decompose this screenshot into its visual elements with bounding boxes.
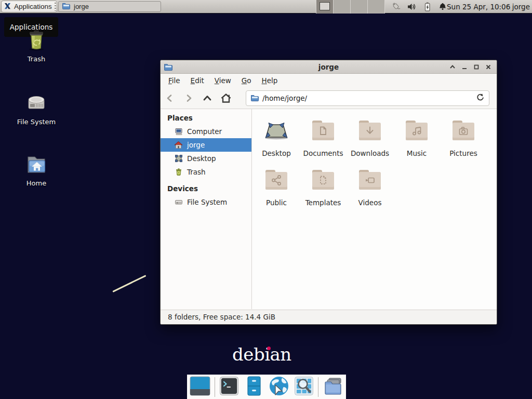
desktop-icon-filesystem[interactable]: File System [8, 90, 65, 126]
desktop-icon-label: Trash [8, 55, 65, 63]
file-item-label: Public [253, 198, 300, 207]
sidebar-item-jorge[interactable]: jorge [161, 138, 251, 152]
file-item-label: Music [393, 149, 440, 157]
files-area[interactable]: Desktop Documents Downloads [252, 109, 497, 309]
file-item-label: Downloads [347, 149, 393, 157]
battery-charging-icon[interactable] [422, 1, 432, 12]
up-button[interactable] [198, 90, 217, 107]
folder-downloads-icon [357, 118, 382, 143]
trash-icon [24, 28, 49, 52]
workspace-3[interactable] [351, 0, 368, 14]
sidebar-item-label: Trash [187, 168, 206, 176]
file-item-label: Videos [347, 198, 393, 207]
harddrive-icon [24, 90, 49, 115]
desktop-special-icon [264, 118, 289, 143]
dock-separator [215, 377, 215, 397]
file-item-pictures[interactable]: Pictures [440, 118, 487, 157]
desktop-icon-label: File System [8, 118, 65, 126]
file-item-label: Desktop [253, 149, 300, 157]
statusbar: 8 folders, Free space: 14.4 GiB [161, 310, 497, 324]
home-button[interactable] [217, 90, 235, 107]
sidebar-item-label: jorge [187, 141, 205, 149]
file-item-downloads[interactable]: Downloads [347, 118, 393, 157]
stray-line-artifact [112, 275, 146, 292]
audio-volume-icon[interactable] [406, 1, 417, 12]
app-finder-launcher[interactable] [293, 376, 314, 398]
power-plug-icon[interactable] [391, 1, 401, 12]
sidebar-item-trash[interactable]: Trash [161, 165, 251, 179]
show-desktop-button[interactable] [190, 376, 211, 398]
desktop-icon-home[interactable]: Home [8, 152, 65, 187]
sidebar-item-filesystem[interactable]: File System [161, 195, 251, 209]
workspace-2[interactable] [334, 0, 351, 14]
file-item-documents[interactable]: Documents [300, 118, 347, 157]
desktop-icon [174, 154, 183, 163]
file-item-videos[interactable]: Videos [347, 167, 393, 207]
app-finder-icon [294, 376, 314, 398]
window-controls [448, 60, 493, 74]
globe-browser-icon [269, 376, 289, 398]
panel-clock[interactable]: Sun 25 Apr, 10:06 [447, 0, 510, 14]
file-item-templates[interactable]: Templates [300, 167, 347, 207]
terminal-launcher[interactable] [219, 376, 240, 398]
menu-go[interactable]: Go [236, 74, 257, 88]
reload-button[interactable] [476, 93, 485, 103]
desktop-icon-trash[interactable]: Trash [8, 28, 65, 63]
titlebar[interactable]: jorge [161, 60, 497, 74]
top-panel: Applications jorge [0, 0, 532, 14]
bottom-dock [187, 375, 346, 399]
web-browser-launcher[interactable] [269, 376, 290, 398]
back-button[interactable] [161, 90, 179, 107]
minimize-button[interactable] [460, 63, 469, 71]
folder-public-icon [264, 167, 289, 192]
sidebar-item-label: Desktop [187, 154, 216, 163]
menu-view[interactable]: View [209, 74, 236, 88]
file-item-label: Pictures [440, 149, 487, 157]
location-bar[interactable]: /home/jorge/ [246, 90, 489, 106]
sidebar-header-places: Places [161, 111, 251, 125]
folder-icon [250, 94, 259, 103]
folder-videos-icon [357, 167, 382, 192]
sidebar-item-desktop[interactable]: Desktop [161, 152, 251, 165]
file-item-label: Documents [300, 149, 347, 157]
notifications-bell-icon[interactable] [437, 1, 448, 12]
dock-separator [318, 377, 318, 397]
close-button[interactable] [484, 63, 493, 71]
sidebar: Places Computer jorge [161, 109, 252, 309]
folder-documents-icon [311, 118, 336, 143]
file-item-music[interactable]: Music [393, 118, 440, 157]
folder-icon [62, 2, 70, 11]
file-cabinet-launcher[interactable] [244, 376, 265, 398]
applications-menu-button[interactable]: Applications [1, 1, 57, 12]
folder-launcher[interactable] [322, 376, 343, 398]
path-input[interactable]: /home/jorge/ [262, 94, 472, 102]
workspace-window-rect [320, 2, 330, 10]
taskbar-window-button[interactable]: jorge [58, 1, 161, 12]
home-folder-icon [24, 152, 49, 177]
desktop-icon-label: Home [8, 179, 65, 187]
menu-edit[interactable]: Edit [185, 74, 209, 88]
panel-drag-handle[interactable] [55, 3, 56, 11]
sidebar-item-computer[interactable]: Computer [161, 125, 251, 138]
taskbar-window-label: jorge [74, 3, 89, 10]
file-manager-window: jorge File Edit View Go Help [160, 60, 497, 325]
show-desktop-icon [190, 376, 210, 398]
statusbar-text: 8 folders, Free space: 14.4 GiB [168, 313, 275, 321]
workspace-4[interactable] [368, 0, 385, 14]
system-tray [389, 0, 448, 14]
panel-username[interactable]: jorge [512, 0, 530, 14]
sidebar-item-label: Computer [187, 127, 222, 136]
menu-file[interactable]: File [163, 74, 185, 88]
forward-button[interactable] [179, 90, 198, 107]
window-title: jorge [161, 63, 497, 71]
menu-help[interactable]: Help [257, 74, 283, 88]
toolbar: /home/jorge/ [161, 88, 497, 109]
maximize-button[interactable] [472, 63, 481, 71]
window-folder-icon [164, 62, 172, 73]
workspace-1[interactable] [316, 0, 334, 14]
file-cabinet-icon [244, 376, 264, 398]
file-item-public[interactable]: Public [253, 167, 300, 207]
shade-button[interactable] [448, 63, 457, 71]
file-item-desktop[interactable]: Desktop [253, 118, 300, 157]
terminal-icon [219, 376, 240, 398]
